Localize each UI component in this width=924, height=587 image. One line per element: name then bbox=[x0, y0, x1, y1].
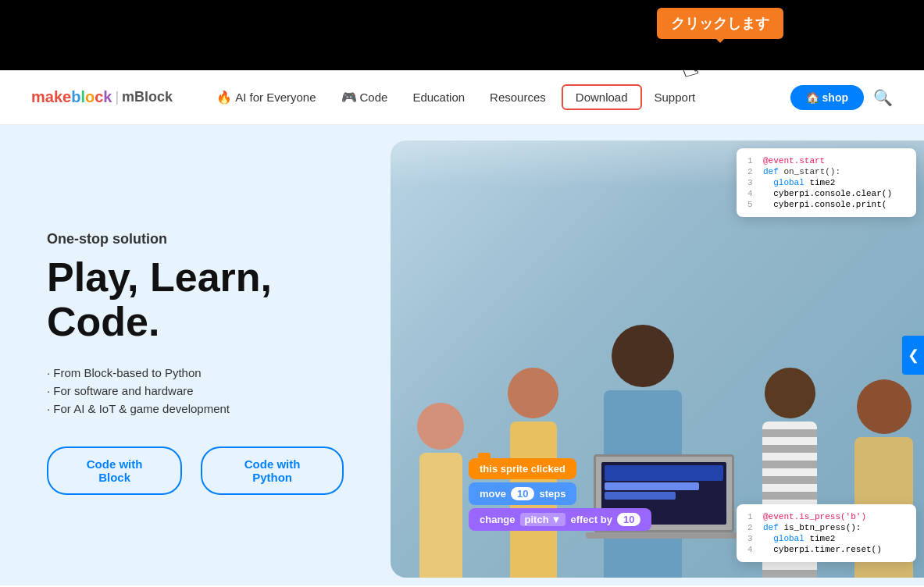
fire-icon: 🔥 bbox=[216, 90, 232, 105]
py-line-3: 3 global time2 bbox=[747, 178, 905, 187]
top-bar: クリックします ☞ bbox=[0, 0, 924, 70]
chevron-down-icon: ▼ bbox=[551, 514, 562, 525]
scratch-change-label: change bbox=[480, 514, 516, 525]
hero-features: · From Block-based to Python · For softw… bbox=[47, 366, 344, 415]
scratch-event-label: this sprite clicked bbox=[480, 463, 565, 475]
nav-items: 🔥 AI for Everyone 🎮 Code Education Resou… bbox=[204, 84, 790, 111]
search-icon: 🔍 bbox=[873, 89, 893, 106]
py2-code-3: global time2 bbox=[763, 534, 835, 543]
gamepad-icon: 🎮 bbox=[341, 90, 357, 105]
scratch-pitch-dropdown[interactable]: pitch ▼ bbox=[520, 513, 566, 526]
nav-label-download: Download bbox=[576, 91, 628, 104]
py2-line-2: 2 def is_btn_press(): bbox=[747, 523, 905, 532]
hero-feature-1: · From Block-based to Python bbox=[47, 366, 344, 379]
scratch-effect-label: effect by bbox=[570, 514, 612, 525]
code-with-block-button[interactable]: Code with Block bbox=[47, 446, 182, 495]
python-overlay-1: 1 @event.start 2 def on_start(): 3 globa… bbox=[737, 148, 916, 217]
py-line-2: 2 def on_start(): bbox=[747, 167, 905, 176]
py-num-1: 1 bbox=[747, 156, 757, 165]
python-overlay-2: 1 @event.is_press('b') 2 def is_btn_pres… bbox=[737, 504, 916, 562]
py2-num-2: 2 bbox=[747, 523, 757, 532]
hero-section: One-stop solution Play, Learn, Code. · F… bbox=[0, 125, 924, 585]
py-num-4: 4 bbox=[747, 189, 757, 198]
logo-text: makeblock bbox=[31, 88, 112, 106]
py-line-1: 1 @event.start bbox=[747, 156, 905, 165]
search-button[interactable]: 🔍 bbox=[873, 88, 893, 107]
py2-num-1: 1 bbox=[747, 512, 757, 521]
nav-label-resources: Resources bbox=[490, 91, 546, 104]
chevron-left-icon: ❮ bbox=[908, 347, 919, 364]
shop-button[interactable]: 🏠 shop bbox=[790, 85, 864, 110]
py-code-5: cyberpi.console.print( bbox=[763, 200, 887, 209]
hero-left: One-stop solution Play, Learn, Code. · F… bbox=[0, 125, 375, 585]
scratch-move-unit: steps bbox=[539, 488, 565, 500]
nav-label-education: Education bbox=[412, 91, 465, 104]
nav-item-support[interactable]: Support bbox=[642, 84, 708, 110]
scroll-right-arrow[interactable]: ❮ bbox=[902, 336, 924, 375]
py2-line-3: 3 global time2 bbox=[747, 534, 905, 543]
nav-item-download[interactable]: Download bbox=[562, 84, 642, 110]
tooltip-balloon: クリックします bbox=[657, 8, 783, 39]
py-code-2: def on_start(): bbox=[763, 167, 840, 176]
py-line-4: 4 cyberpi.console.clear() bbox=[747, 189, 905, 198]
py2-num-4: 4 bbox=[747, 545, 757, 554]
scratch-blocks-overlay: this sprite clicked move 10 steps change… bbox=[469, 458, 651, 531]
logo-separator: | bbox=[115, 89, 119, 105]
py2-line-4: 4 cyberpi.timer.reset() bbox=[747, 545, 905, 554]
py-num-3: 3 bbox=[747, 178, 757, 187]
nav-label-ai: AI for Everyone bbox=[235, 91, 316, 104]
hero-feature-2: · For software and hardware bbox=[47, 384, 344, 397]
nav-item-resources[interactable]: Resources bbox=[477, 84, 558, 110]
scratch-block-change: change pitch ▼ effect by 10 bbox=[469, 508, 651, 531]
student-3 bbox=[604, 325, 682, 578]
py2-line-1: 1 @event.is_press('b') bbox=[747, 512, 905, 521]
py2-num-3: 3 bbox=[747, 534, 757, 543]
navbar: makeblock | mBlock 🔥 AI for Everyone 🎮 C… bbox=[0, 70, 924, 125]
py-line-5: 5 cyberpi.console.print( bbox=[747, 200, 905, 209]
py2-code-4: cyberpi.timer.reset() bbox=[763, 545, 882, 554]
code-with-python-button[interactable]: Code with Python bbox=[201, 446, 344, 495]
nav-label-code: Code bbox=[360, 91, 388, 104]
hero-buttons: Code with Block Code with Python bbox=[47, 446, 344, 495]
hero-feature-3: · For AI & IoT & game development bbox=[47, 402, 344, 415]
py-num-2: 2 bbox=[747, 167, 757, 176]
py-decorator-1: @event.start bbox=[763, 156, 825, 165]
scratch-block-event: this sprite clicked bbox=[469, 458, 576, 479]
scratch-move-label: move bbox=[480, 488, 506, 500]
scratch-effect-num: 10 bbox=[617, 513, 640, 526]
nav-item-education[interactable]: Education bbox=[400, 84, 477, 110]
nav-right: 🏠 shop 🔍 bbox=[790, 85, 893, 110]
scratch-pitch-label: pitch bbox=[525, 514, 549, 525]
py-num-5: 5 bbox=[747, 200, 757, 209]
nav-item-code[interactable]: 🎮 Code bbox=[329, 84, 401, 111]
py2-decorator-1: @event.is_press('b') bbox=[763, 512, 866, 521]
hero-title: Play, Learn, Code. bbox=[47, 255, 344, 344]
py-code-3: global time2 bbox=[763, 178, 835, 187]
student-1 bbox=[417, 403, 464, 578]
scratch-move-num: 10 bbox=[511, 487, 534, 500]
py2-code-2: def is_btn_press(): bbox=[763, 523, 861, 532]
py-code-4: cyberpi.console.clear() bbox=[763, 189, 892, 198]
logo[interactable]: makeblock | mBlock bbox=[31, 88, 173, 106]
hero-subtitle: One-stop solution bbox=[47, 231, 344, 247]
hero-right: this sprite clicked move 10 steps change… bbox=[375, 125, 924, 585]
nav-item-ai[interactable]: 🔥 AI for Everyone bbox=[204, 84, 328, 111]
scratch-block-move: move 10 steps bbox=[469, 482, 576, 505]
nav-label-support: Support bbox=[655, 91, 696, 104]
logo-mblock: mBlock bbox=[122, 89, 173, 105]
